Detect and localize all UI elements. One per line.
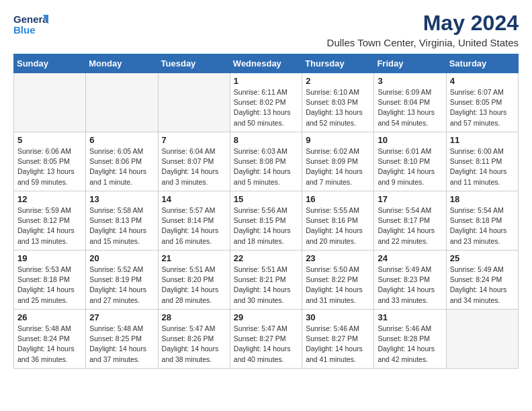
day-number: 3 [378, 76, 442, 86]
calendar-cell: 28Sunrise: 5:47 AMSunset: 8:26 PMDayligh… [158, 310, 230, 369]
day-info: Sunrise: 6:11 AMSunset: 8:02 PMDaylight:… [234, 87, 298, 128]
day-info: Sunrise: 6:02 AMSunset: 8:09 PMDaylight:… [306, 146, 370, 187]
week-row-1: 1Sunrise: 6:11 AMSunset: 8:02 PMDaylight… [14, 73, 519, 132]
day-info: Sunrise: 6:10 AMSunset: 8:03 PMDaylight:… [306, 87, 370, 128]
day-number: 21 [162, 253, 226, 263]
calendar-cell: 20Sunrise: 5:52 AMSunset: 8:19 PMDayligh… [86, 250, 158, 310]
day-info: Sunrise: 5:46 AMSunset: 8:27 PMDaylight:… [306, 324, 370, 365]
day-info: Sunrise: 6:06 AMSunset: 8:05 PMDaylight:… [17, 146, 82, 187]
day-info: Sunrise: 6:03 AMSunset: 8:08 PMDaylight:… [234, 146, 298, 187]
day-number: 20 [89, 253, 154, 263]
day-number: 19 [17, 253, 82, 263]
weekday-header-row: SundayMondayTuesdayWednesdayThursdayFrid… [14, 54, 519, 73]
calendar-cell: 23Sunrise: 5:50 AMSunset: 8:22 PMDayligh… [302, 250, 374, 310]
day-number: 12 [17, 194, 82, 204]
weekday-header-tuesday: Tuesday [158, 54, 230, 73]
weekday-header-friday: Friday [374, 54, 446, 73]
day-number: 14 [162, 194, 226, 204]
calendar-cell: 25Sunrise: 5:49 AMSunset: 8:24 PMDayligh… [446, 250, 518, 310]
weekday-header-thursday: Thursday [302, 54, 374, 73]
day-number: 10 [378, 135, 442, 145]
day-info: Sunrise: 6:09 AMSunset: 8:04 PMDaylight:… [378, 87, 442, 128]
day-number: 28 [162, 312, 226, 322]
day-number: 1 [234, 76, 298, 86]
page-header: General Blue May 2024 Dulles Town Center… [13, 11, 519, 48]
calendar-cell: 29Sunrise: 5:47 AMSunset: 8:27 PMDayligh… [230, 310, 302, 369]
day-info: Sunrise: 5:50 AMSunset: 8:22 PMDaylight:… [306, 265, 370, 306]
day-info: Sunrise: 5:46 AMSunset: 8:28 PMDaylight:… [378, 324, 442, 365]
day-number: 9 [306, 135, 370, 145]
day-number: 26 [17, 312, 82, 322]
day-info: Sunrise: 6:00 AMSunset: 8:11 PMDaylight:… [450, 146, 515, 187]
calendar-cell: 3Sunrise: 6:09 AMSunset: 8:04 PMDaylight… [374, 73, 446, 132]
day-number: 11 [450, 135, 515, 145]
calendar-cell: 24Sunrise: 5:49 AMSunset: 8:23 PMDayligh… [374, 250, 446, 310]
calendar-cell: 13Sunrise: 5:58 AMSunset: 8:13 PMDayligh… [86, 191, 158, 250]
calendar-cell: 9Sunrise: 6:02 AMSunset: 8:09 PMDaylight… [302, 132, 374, 191]
calendar-cell: 27Sunrise: 5:48 AMSunset: 8:25 PMDayligh… [86, 310, 158, 369]
day-info: Sunrise: 5:47 AMSunset: 8:27 PMDaylight:… [234, 324, 298, 365]
day-number: 16 [306, 194, 370, 204]
calendar-cell: 2Sunrise: 6:10 AMSunset: 8:03 PMDaylight… [302, 73, 374, 132]
day-number: 8 [234, 135, 298, 145]
calendar-cell: 5Sunrise: 6:06 AMSunset: 8:05 PMDaylight… [14, 132, 86, 191]
calendar-cell: 1Sunrise: 6:11 AMSunset: 8:02 PMDaylight… [230, 73, 302, 132]
weekday-header-monday: Monday [86, 54, 158, 73]
calendar-cell: 19Sunrise: 5:53 AMSunset: 8:18 PMDayligh… [14, 250, 86, 310]
week-row-2: 5Sunrise: 6:06 AMSunset: 8:05 PMDaylight… [14, 132, 519, 191]
day-number: 2 [306, 76, 370, 86]
calendar-cell [446, 310, 518, 369]
day-number: 24 [378, 253, 442, 263]
day-info: Sunrise: 6:01 AMSunset: 8:10 PMDaylight:… [378, 146, 442, 187]
weekday-header-saturday: Saturday [446, 54, 518, 73]
calendar-cell: 6Sunrise: 6:05 AMSunset: 8:06 PMDaylight… [86, 132, 158, 191]
day-number: 30 [306, 312, 370, 322]
calendar-cell: 21Sunrise: 5:51 AMSunset: 8:20 PMDayligh… [158, 250, 230, 310]
day-number: 17 [378, 194, 442, 204]
calendar-cell: 15Sunrise: 5:56 AMSunset: 8:15 PMDayligh… [230, 191, 302, 250]
calendar-cell: 30Sunrise: 5:46 AMSunset: 8:27 PMDayligh… [302, 310, 374, 369]
weekday-header-wednesday: Wednesday [230, 54, 302, 73]
svg-text:Blue: Blue [13, 24, 36, 36]
day-info: Sunrise: 5:58 AMSunset: 8:13 PMDaylight:… [89, 205, 154, 246]
week-row-4: 19Sunrise: 5:53 AMSunset: 8:18 PMDayligh… [14, 250, 519, 310]
calendar-table: SundayMondayTuesdayWednesdayThursdayFrid… [13, 54, 519, 369]
calendar-cell: 17Sunrise: 5:54 AMSunset: 8:17 PMDayligh… [374, 191, 446, 250]
day-info: Sunrise: 5:59 AMSunset: 8:12 PMDaylight:… [17, 205, 82, 246]
day-info: Sunrise: 5:54 AMSunset: 8:17 PMDaylight:… [378, 205, 442, 246]
calendar-cell: 22Sunrise: 5:51 AMSunset: 8:21 PMDayligh… [230, 250, 302, 310]
week-row-3: 12Sunrise: 5:59 AMSunset: 8:12 PMDayligh… [14, 191, 519, 250]
calendar-cell [86, 73, 158, 132]
location: Dulles Town Center, Virginia, United Sta… [327, 37, 519, 48]
day-number: 6 [89, 135, 154, 145]
calendar-cell [14, 73, 86, 132]
day-number: 22 [234, 253, 298, 263]
logo-icon: General Blue [13, 11, 48, 38]
day-info: Sunrise: 5:54 AMSunset: 8:18 PMDaylight:… [450, 205, 515, 246]
day-info: Sunrise: 5:51 AMSunset: 8:20 PMDaylight:… [162, 265, 226, 306]
day-info: Sunrise: 5:48 AMSunset: 8:25 PMDaylight:… [89, 324, 154, 365]
day-info: Sunrise: 5:57 AMSunset: 8:14 PMDaylight:… [162, 205, 226, 246]
calendar-cell: 4Sunrise: 6:07 AMSunset: 8:05 PMDaylight… [446, 73, 518, 132]
logo: General Blue [13, 11, 48, 38]
day-number: 23 [306, 253, 370, 263]
day-info: Sunrise: 5:55 AMSunset: 8:16 PMDaylight:… [306, 205, 370, 246]
calendar-cell: 14Sunrise: 5:57 AMSunset: 8:14 PMDayligh… [158, 191, 230, 250]
day-number: 7 [162, 135, 226, 145]
calendar-cell: 26Sunrise: 5:48 AMSunset: 8:24 PMDayligh… [14, 310, 86, 369]
calendar-cell: 8Sunrise: 6:03 AMSunset: 8:08 PMDaylight… [230, 132, 302, 191]
calendar-cell: 7Sunrise: 6:04 AMSunset: 8:07 PMDaylight… [158, 132, 230, 191]
day-number: 31 [378, 312, 442, 322]
day-info: Sunrise: 5:48 AMSunset: 8:24 PMDaylight:… [17, 324, 82, 365]
day-number: 27 [89, 312, 154, 322]
calendar-cell: 12Sunrise: 5:59 AMSunset: 8:12 PMDayligh… [14, 191, 86, 250]
day-number: 29 [234, 312, 298, 322]
svg-text:General: General [13, 13, 48, 25]
title-area: May 2024 Dulles Town Center, Virginia, U… [327, 11, 519, 48]
day-info: Sunrise: 6:05 AMSunset: 8:06 PMDaylight:… [89, 146, 154, 187]
day-info: Sunrise: 5:47 AMSunset: 8:26 PMDaylight:… [162, 324, 226, 365]
day-info: Sunrise: 5:49 AMSunset: 8:24 PMDaylight:… [450, 265, 515, 306]
day-info: Sunrise: 5:52 AMSunset: 8:19 PMDaylight:… [89, 265, 154, 306]
calendar-cell: 11Sunrise: 6:00 AMSunset: 8:11 PMDayligh… [446, 132, 518, 191]
day-info: Sunrise: 6:04 AMSunset: 8:07 PMDaylight:… [162, 146, 226, 187]
